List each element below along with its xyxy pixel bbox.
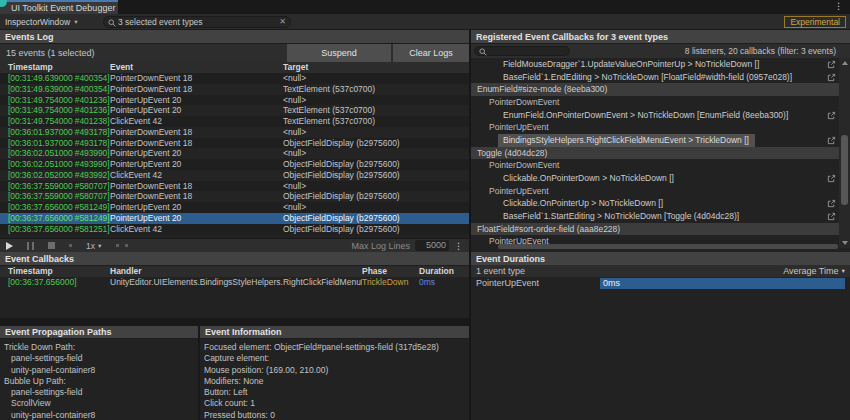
- suspend-button[interactable]: Suspend: [285, 44, 391, 62]
- panel-picker-dropdown[interactable]: InspectorWindow▼: [5, 16, 79, 28]
- debugger-toolbar: InspectorWindow▼ 3 selected event types …: [0, 14, 850, 30]
- event-log-row[interactable]: [00:36:37.656000 #581249]PointerUpEvent …: [0, 202, 469, 213]
- tab-ui-toolkit-event-debugger[interactable]: UI Toolkit Event Debugger: [0, 0, 118, 14]
- event-log-row[interactable]: [00:31:49.754000 #401238]ClickEvent 42Te…: [0, 116, 469, 127]
- registered-callback-row[interactable]: BaseField`1.EndEditing > NoTrickleDown […: [471, 71, 850, 84]
- column-phase[interactable]: Phase: [362, 266, 419, 277]
- event-log-row[interactable]: [00:36:02.051000 #493990]PointerUpEvent …: [0, 148, 469, 159]
- event-timestamp: [00:36:01.937000 #493178]: [8, 138, 110, 149]
- horizontal-scrollbar[interactable]: [498, 244, 838, 249]
- registered-callback-row[interactable]: Clickable.OnPointerUp > NoTrickleDown []: [471, 197, 850, 210]
- pause-icon[interactable]: [27, 242, 34, 250]
- event-information-line: Button: Left: [204, 387, 469, 398]
- event-name: PointerDownEvent 18: [110, 73, 283, 84]
- event-log-row[interactable]: [00:36:02.052000 #493992]ClickEvent 42Ob…: [0, 170, 469, 181]
- registered-event-type[interactable]: PointerDownEvent: [471, 96, 850, 109]
- event-target: <null>: [283, 127, 469, 138]
- registered-event-type[interactable]: PointerUpEvent: [471, 185, 850, 198]
- clear-logs-button[interactable]: Clear Logs: [391, 44, 469, 62]
- registered-callbacks-panel: Registered Event Callbacks for 3 event t…: [471, 30, 850, 420]
- column-event[interactable]: Event: [110, 62, 283, 73]
- scroll-up-icon[interactable]: [842, 61, 848, 65]
- clear-filter-icon[interactable]: ✕: [279, 17, 286, 27]
- event-information-line: Pressed buttons: 0: [204, 410, 469, 420]
- event-target: ObjectFieldDisplay (b2975600): [283, 191, 469, 202]
- registered-callbacks-title: Registered Event Callbacks for 3 event t…: [471, 30, 850, 44]
- stop-icon[interactable]: [48, 242, 55, 249]
- event-log-row[interactable]: [00:36:37.559000 #580707]PointerDownEven…: [0, 181, 469, 192]
- registered-callback-text: Clickable.OnPointerUp > NoTrickleDown []: [503, 197, 663, 210]
- event-timestamp: [00:36:37.656000 #581249]: [8, 202, 110, 213]
- registered-group-header[interactable]: FloatField#sort-order-field (aaa8e228): [471, 223, 850, 236]
- event-type-filter-value: 3 selected event types: [118, 17, 203, 27]
- scrollbar-thumb[interactable]: [841, 135, 848, 205]
- event-callbacks-column-headers: Timestamp Handler Phase Duration: [0, 266, 469, 277]
- registered-event-type[interactable]: PointerDownEvent: [471, 159, 850, 172]
- duration-event-name: PointerUpEvent: [476, 277, 539, 289]
- column-handler[interactable]: Handler: [110, 266, 362, 277]
- chevron-down-icon: ▼: [841, 268, 846, 274]
- event-log-row[interactable]: [00:31:49.639000 #400354]PointerDownEven…: [0, 84, 469, 95]
- step-back-icon[interactable]: [69, 244, 72, 247]
- max-log-lines-label: Max Log Lines: [351, 241, 410, 251]
- event-information-line: Mouse position: (169.00, 210.00): [204, 365, 469, 376]
- event-target: ObjectFieldDisplay (b2975600): [283, 159, 469, 170]
- event-log-row[interactable]: [00:36:02.051000 #493990]PointerUpEvent …: [0, 159, 469, 170]
- registered-callback-row[interactable]: BaseField`1.StartEditing > NoTrickleDown…: [471, 210, 850, 223]
- column-duration[interactable]: Duration: [419, 266, 469, 277]
- vertical-scrollbar[interactable]: [839, 58, 850, 248]
- registered-group-header[interactable]: Toggle (4d04dc28): [471, 147, 850, 160]
- event-target: TextElement (537c0700): [283, 105, 469, 116]
- registered-callback-row[interactable]: FieldMouseDragger`1.UpdateValueOnPointer…: [471, 58, 850, 71]
- event-type-filter-field[interactable]: 3 selected event types ✕: [103, 16, 291, 28]
- event-propagation-paths-panel: Event Propagation Paths Trickle Down Pat…: [0, 326, 198, 420]
- event-log-row[interactable]: [00:36:37.656000 #581249]PointerUpEvent …: [0, 213, 469, 224]
- event-name: PointerDownEvent 18: [110, 138, 283, 149]
- events-log-rows: [00:31:49.639000 #400354]PointerDownEven…: [0, 73, 469, 234]
- event-target: ObjectFieldDisplay (b2975600): [283, 224, 469, 235]
- events-log-column-headers: Timestamp Event Target: [0, 62, 469, 73]
- event-log-row[interactable]: [00:36:37.656000 #581251]ClickEvent 42Ob…: [0, 224, 469, 235]
- events-log-status: 15 events (1 selected): [0, 44, 285, 62]
- event-log-row[interactable]: [00:31:49.754000 #401236]PointerUpEvent …: [0, 105, 469, 116]
- average-time-dropdown[interactable]: Average Time▼: [783, 265, 846, 277]
- column-target[interactable]: Target: [283, 62, 469, 73]
- event-log-row[interactable]: [00:36:01.937000 #493178]PointerDownEven…: [0, 138, 469, 149]
- registered-group-header[interactable]: EnumField#size-mode (8eeba300): [471, 83, 850, 96]
- column-timestamp[interactable]: Timestamp: [8, 62, 110, 73]
- event-timestamp: [00:36:02.051000 #493990]: [8, 159, 110, 170]
- registered-callback-row[interactable]: EnumField.OnPointerDownEvent > NoTrickle…: [471, 109, 850, 122]
- registered-callbacks-search-field[interactable]: [474, 46, 570, 56]
- playback-speed-dropdown[interactable]: 1x▼: [86, 241, 102, 251]
- event-log-row[interactable]: [00:36:01.937000 #493178]PointerDownEven…: [0, 127, 469, 138]
- registered-callback-row[interactable]: Clickable.OnPointerDown > NoTrickleDown …: [471, 172, 850, 185]
- play-icon[interactable]: [6, 242, 13, 250]
- log-options-menu-icon[interactable]: ⋮: [454, 241, 463, 251]
- column-timestamp[interactable]: Timestamp: [8, 266, 110, 277]
- event-duration-row[interactable]: PointerUpEvent0ms: [471, 277, 850, 289]
- event-name: PointerUpEvent 20: [110, 213, 283, 224]
- step-end-icon[interactable]: [125, 244, 128, 247]
- registered-callback-row[interactable]: BindingsStyleHelpers.RightClickFieldMenu…: [471, 134, 850, 147]
- registered-event-type[interactable]: PointerUpEvent: [471, 121, 850, 134]
- event-log-row[interactable]: [00:31:49.754000 #401236]PointerUpEvent …: [0, 95, 469, 106]
- propagation-line: Trickle Down Path:: [4, 342, 198, 353]
- window-menu-icon[interactable]: ⋮: [834, 1, 843, 11]
- event-timestamp: [00:31:49.639000 #400354]: [8, 73, 110, 84]
- chevron-down-icon: ▼: [73, 19, 78, 25]
- event-log-row[interactable]: [00:36:37.559000 #580707]PointerDownEven…: [0, 191, 469, 202]
- event-information-line: Modifiers: None: [204, 376, 469, 387]
- propagation-line: panel-settings-field: [4, 353, 198, 364]
- max-log-lines-field[interactable]: 5000: [415, 240, 449, 251]
- event-timestamp: [00:36:02.051000 #493990]: [8, 148, 110, 159]
- scroll-down-icon[interactable]: [842, 241, 848, 245]
- event-log-row[interactable]: [00:31:49.639000 #400354]PointerDownEven…: [0, 73, 469, 84]
- event-target: <null>: [283, 202, 469, 213]
- event-propagation-paths-title: Event Propagation Paths: [0, 326, 198, 339]
- event-callback-row[interactable]: [00:36:37.656000]UnityEditor.UIElements.…: [0, 277, 469, 288]
- event-target: <null>: [283, 95, 469, 106]
- step-forward-icon[interactable]: [116, 244, 119, 247]
- registered-callbacks-list: FieldMouseDragger`1.UpdateValueOnPointer…: [471, 58, 850, 248]
- experimental-badge: Experimental: [784, 16, 846, 28]
- events-log-panel: Events Log 15 events (1 selected) Suspen…: [0, 30, 469, 318]
